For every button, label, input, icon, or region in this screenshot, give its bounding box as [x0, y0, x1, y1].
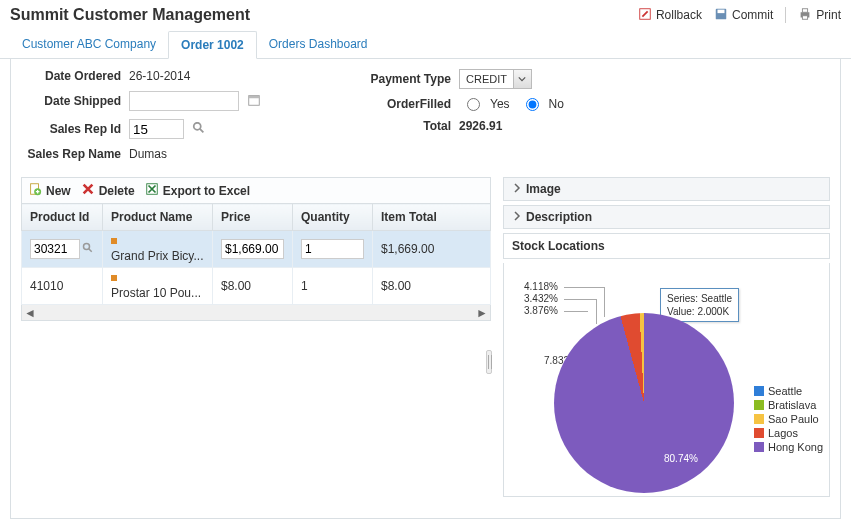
search-icon[interactable]: [192, 121, 206, 138]
new-button[interactable]: New: [28, 182, 71, 199]
svg-rect-4: [803, 8, 808, 12]
svg-rect-2: [717, 9, 724, 13]
date-shipped-input[interactable]: [129, 91, 239, 111]
order-filled-yes-label: Yes: [490, 97, 510, 111]
col-product-id[interactable]: Product Id: [22, 204, 103, 231]
payment-type-select[interactable]: CREDIT: [459, 69, 532, 89]
status-icon: [111, 275, 117, 281]
sales-rep-name-label: Sales Rep Name: [21, 147, 121, 161]
search-icon[interactable]: [82, 242, 94, 257]
print-icon: [798, 7, 812, 24]
image-accordion[interactable]: Image: [503, 177, 830, 201]
legend-label: Seattle: [768, 385, 802, 397]
description-accordion-label: Description: [526, 210, 592, 224]
commit-icon: [714, 7, 728, 24]
col-quantity[interactable]: Quantity: [293, 204, 373, 231]
order-filled-label: OrderFilled: [361, 97, 451, 111]
product-name-cell: Grand Prix Bicy...: [111, 249, 203, 263]
pct-label-hongkong: 4.118%: [524, 281, 558, 292]
table-row[interactable]: Grand Prix Bicy... $1,669.00: [22, 231, 491, 268]
order-filled-no-label: No: [549, 97, 564, 111]
pct-label-lagos: 3.432%: [524, 293, 558, 304]
export-button[interactable]: Export to Excel: [145, 182, 250, 199]
item-total-cell: $1,669.00: [373, 231, 491, 268]
sales-rep-id-label: Sales Rep Id: [21, 122, 121, 136]
col-price[interactable]: Price: [213, 204, 293, 231]
chart-legend: Seattle Bratislava Sao Paulo Lagos Hong …: [754, 383, 823, 455]
rollback-button[interactable]: Rollback: [638, 7, 702, 24]
order-filled-yes-radio[interactable]: [467, 98, 480, 111]
col-product-name[interactable]: Product Name: [103, 204, 213, 231]
tab-order[interactable]: Order 1002: [168, 31, 257, 59]
rollback-icon: [638, 7, 652, 24]
tab-dashboard[interactable]: Orders Dashboard: [257, 31, 380, 59]
date-shipped-label: Date Shipped: [21, 94, 121, 108]
svg-line-9: [200, 128, 204, 132]
commit-button[interactable]: Commit: [714, 7, 773, 24]
table-row[interactable]: 41010 Prostar 10 Pou... $8.00 1 $8.00: [22, 268, 491, 305]
status-icon: [111, 238, 117, 244]
export-label: Export to Excel: [163, 184, 250, 198]
legend-item[interactable]: Seattle: [754, 385, 823, 397]
legend-item[interactable]: Bratislava: [754, 399, 823, 411]
pct-label-saopaulo: 3.876%: [524, 305, 558, 316]
price-input[interactable]: [221, 239, 284, 259]
legend-item[interactable]: Sao Paulo: [754, 413, 823, 425]
legend-item[interactable]: Lagos: [754, 427, 823, 439]
sales-rep-name-value: Dumas: [129, 147, 167, 161]
delete-button[interactable]: Delete: [81, 182, 135, 199]
total-label: Total: [361, 119, 451, 133]
legend-label: Lagos: [768, 427, 798, 439]
total-value: 2926.91: [459, 119, 502, 133]
scroll-left-icon[interactable]: ◄: [22, 306, 38, 320]
svg-line-14: [89, 248, 92, 251]
scroll-right-icon[interactable]: ►: [474, 306, 490, 320]
tooltip-series: Series: Seattle: [667, 292, 732, 305]
tab-customer[interactable]: Customer ABC Company: [10, 31, 168, 59]
print-button[interactable]: Print: [798, 7, 841, 24]
legend-item[interactable]: Hong Kong: [754, 441, 823, 453]
svg-point-8: [194, 122, 201, 129]
splitter-handle[interactable]: [486, 350, 492, 374]
tab-bar: Customer ABC Company Order 1002 Orders D…: [0, 30, 851, 59]
payment-type-value: CREDIT: [460, 73, 513, 85]
new-icon: [28, 182, 42, 199]
export-icon: [145, 182, 159, 199]
stock-locations-chart[interactable]: 4.118% 3.432% 3.876% 7.832% Series: Seat…: [503, 263, 830, 497]
page-title: Summit Customer Management: [10, 6, 250, 24]
horizontal-scrollbar[interactable]: ◄ ►: [21, 305, 491, 321]
sales-rep-id-input[interactable]: [129, 119, 184, 139]
delete-icon: [81, 182, 95, 199]
legend-label: Hong Kong: [768, 441, 823, 453]
order-items-table: Product Id Product Name Price Quantity I…: [21, 203, 491, 305]
product-id-cell: 41010: [22, 268, 103, 305]
col-item-total[interactable]: Item Total: [373, 204, 491, 231]
svg-rect-5: [803, 15, 808, 19]
product-name-cell: Prostar 10 Pou...: [111, 286, 201, 300]
svg-point-13: [84, 243, 90, 249]
pct-label-seattle: 80.74%: [664, 453, 698, 464]
date-ordered-label: Date Ordered: [21, 69, 121, 83]
pie-chart[interactable]: [554, 313, 734, 493]
description-accordion[interactable]: Description: [503, 205, 830, 229]
legend-label: Bratislava: [768, 399, 816, 411]
chevron-right-icon: [512, 210, 522, 224]
print-label: Print: [816, 8, 841, 22]
divider: [785, 7, 786, 23]
quantity-input[interactable]: [301, 239, 364, 259]
product-id-input[interactable]: [30, 239, 80, 259]
delete-label: Delete: [99, 184, 135, 198]
svg-rect-7: [249, 95, 260, 98]
calendar-icon[interactable]: [247, 93, 261, 110]
price-cell: $8.00: [213, 268, 293, 305]
payment-type-label: Payment Type: [361, 72, 451, 86]
new-label: New: [46, 184, 71, 198]
image-accordion-label: Image: [526, 182, 561, 196]
item-total-cell: $8.00: [373, 268, 491, 305]
order-filled-no-radio[interactable]: [526, 98, 539, 111]
stock-locations-header: Stock Locations: [503, 233, 830, 259]
chevron-down-icon[interactable]: [513, 70, 531, 88]
date-ordered-value: 26-10-2014: [129, 69, 190, 83]
chevron-right-icon: [512, 182, 522, 196]
quantity-cell: 1: [293, 268, 373, 305]
